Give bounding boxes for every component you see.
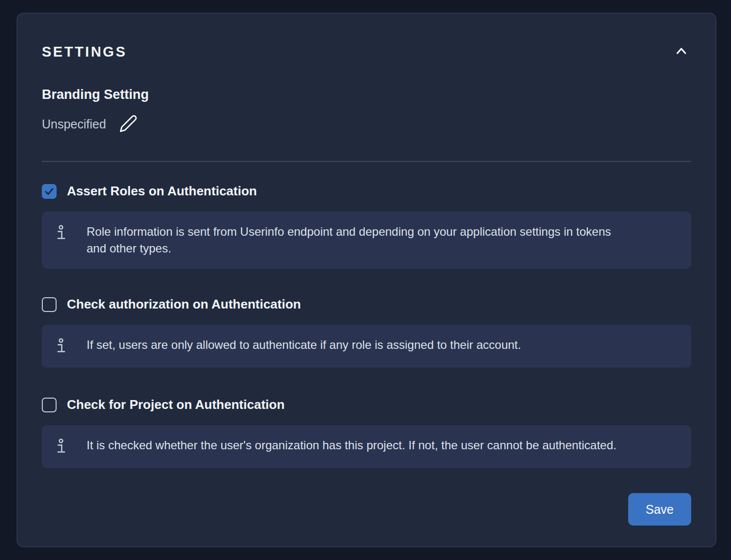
edit-branding-button[interactable] [119,114,138,134]
checkbox-assert-roles[interactable] [42,184,57,199]
setting-row-check-project[interactable]: Check for Project on Authentication [42,397,691,412]
branding-setting-label: Branding Setting [42,87,691,102]
info-box-assert-roles: Role information is sent from Userinfo e… [42,212,691,269]
branding-value-row: Unspecified [42,114,691,134]
chevron-up-icon [674,44,689,60]
pencil-icon [119,114,138,134]
info-box-check-project: It is checked whether the user's organiz… [42,425,691,468]
page-title: SETTINGS [42,44,127,60]
setting-row-check-authorization[interactable]: Check authorization on Authentication [42,297,691,312]
info-icon [56,225,66,243]
checkbox-label: Check for Project on Authentication [67,397,285,412]
checkbox-check-project[interactable] [42,398,57,412]
info-icon [56,338,66,356]
settings-panel: SETTINGS Branding Setting Unspecified [17,13,716,547]
info-text: If set, users are only allowed to authen… [87,337,521,353]
info-box-check-authorization: If set, users are only allowed to authen… [42,325,691,368]
info-icon [56,438,66,456]
checkbox-label: Assert Roles on Authentication [67,184,257,199]
setting-row-assert-roles[interactable]: Assert Roles on Authentication [42,184,691,199]
collapse-panel-button[interactable] [671,42,691,62]
save-button[interactable]: Save [628,493,691,526]
checkbox-check-authorization[interactable] [42,297,57,312]
panel-header: SETTINGS [42,42,691,62]
panel-footer: Save [42,493,691,526]
section-divider [42,161,691,162]
info-text: Role information is sent from Userinfo e… [87,223,618,257]
checkbox-label: Check authorization on Authentication [67,297,301,312]
branding-value: Unspecified [42,117,106,131]
info-text: It is checked whether the user's organiz… [87,437,616,454]
